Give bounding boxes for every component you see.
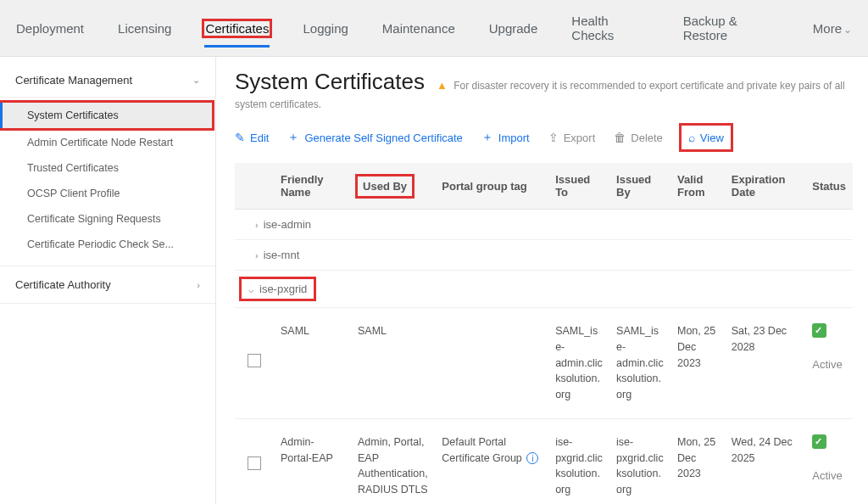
cell-expiration: Wed, 24 Dec 2025: [725, 418, 805, 504]
view-button[interactable]: ⌕ View: [688, 131, 724, 144]
group-ise-pxgrid[interactable]: ⌵ise-pxgrid: [235, 271, 853, 308]
main-content: System Certificates ▲ For disaster recov…: [216, 57, 868, 504]
certificates-table: Friendly Name Used By Portal group tag I…: [235, 163, 853, 504]
cell-friendly-name: SAML: [274, 308, 351, 419]
tab-licensing[interactable]: Licensing: [117, 20, 172, 37]
search-icon: ⌕: [688, 131, 695, 144]
cell-used-by: Admin, Portal, EAP Authentication, RADIU…: [351, 418, 435, 504]
cell-issued-by: SAML_ise-admin.clicksolution.org: [609, 308, 670, 419]
table-row: SAML SAML SAML_ise-admin.clicksolution.o…: [235, 308, 853, 419]
chevron-right-icon: ›: [197, 280, 200, 290]
view-label: View: [700, 132, 724, 144]
export-icon: ⇪: [548, 131, 559, 144]
tab-more-label: More: [813, 21, 842, 36]
group-label: ise-admin: [264, 218, 311, 231]
tab-maintenance[interactable]: Maintenance: [381, 20, 456, 37]
export-label: Export: [564, 132, 596, 144]
tab-logging[interactable]: Logging: [302, 20, 348, 37]
col-used-by[interactable]: Used By: [351, 163, 435, 210]
group-ise-mnt[interactable]: ›ise-mnt: [235, 240, 853, 271]
tab-upgrade[interactable]: Upgrade: [488, 20, 539, 37]
page-title: System Certificates: [235, 69, 425, 95]
col-status[interactable]: Status: [805, 163, 853, 210]
info-icon[interactable]: i: [526, 452, 538, 464]
sidebar-item-admin-cert-restart[interactable]: Admin Certificate Node Restart: [0, 130, 215, 155]
pencil-icon: ✎: [235, 131, 245, 144]
tab-more[interactable]: More⌄: [812, 20, 853, 37]
export-button[interactable]: ⇪ Export: [548, 131, 596, 144]
row-checkbox[interactable]: [248, 456, 261, 470]
chevron-down-icon: ⌄: [192, 75, 200, 86]
row-checkbox[interactable]: [248, 354, 261, 367]
warning-text-2: system certificates.: [235, 98, 853, 110]
generate-label: Generate Self Signed Certificate: [304, 132, 462, 144]
sidebar-authority-label: Certificate Authority: [15, 278, 111, 291]
status-badge: [812, 323, 826, 338]
sidebar: Certificate Management ⌄ System Certific…: [0, 57, 216, 504]
sidebar-item-ocsp-profile[interactable]: OCSP Client Profile: [0, 181, 215, 206]
import-button[interactable]: ＋ Import: [481, 130, 530, 145]
tab-health-checks[interactable]: Health Checks: [570, 12, 649, 44]
toolbar: ✎ Edit ＋ Generate Self Signed Certificat…: [235, 126, 853, 149]
warning-text-1: For disaster recovery it is recommended …: [453, 80, 845, 92]
table-row: Admin-Portal-EAP Admin, Portal, EAP Auth…: [235, 418, 853, 504]
cell-valid-from: Mon, 25 Dec 2023: [670, 418, 725, 504]
cell-issued-to: ise-pxgrid.clicksolution.org: [548, 418, 609, 504]
generate-self-signed-button[interactable]: ＋ Generate Self Signed Certificate: [287, 130, 462, 145]
plus-icon: ＋: [481, 130, 493, 145]
sidebar-item-csr[interactable]: Certificate Signing Requests: [0, 206, 215, 232]
chevron-down-icon: ⌄: [843, 24, 852, 36]
col-valid-from[interactable]: Valid From: [670, 163, 725, 210]
edit-button[interactable]: ✎ Edit: [235, 131, 269, 144]
tab-certificates[interactable]: Certificates: [204, 20, 270, 48]
status-text: Active: [812, 468, 846, 484]
col-issued-to[interactable]: Issued To: [548, 163, 609, 210]
tab-deployment[interactable]: Deployment: [15, 20, 85, 37]
group-label: ise-mnt: [264, 249, 300, 261]
delete-button[interactable]: 🗑 Delete: [614, 131, 663, 144]
group-label: ise-pxgrid: [259, 283, 307, 295]
cell-portal-group: [435, 308, 548, 419]
status-badge: [812, 434, 826, 449]
sidebar-item-system-certificates[interactable]: System Certificates: [0, 103, 212, 128]
disaster-warning: ▲ For disaster recovery it is recommende…: [437, 79, 845, 92]
sidebar-section-cert-mgmt[interactable]: Certificate Management ⌄: [0, 64, 215, 98]
col-portal-group[interactable]: Portal group tag: [435, 163, 548, 210]
col-friendly-name[interactable]: Friendly Name: [274, 163, 351, 210]
col-used-by-label: Used By: [363, 180, 407, 193]
col-issued-by[interactable]: Issued By: [609, 163, 670, 210]
sidebar-item-trusted-certificates[interactable]: Trusted Certificates: [0, 155, 215, 181]
chevron-right-icon: ›: [255, 250, 259, 260]
edit-label: Edit: [250, 132, 269, 144]
plus-icon: ＋: [287, 130, 299, 145]
trash-icon: 🗑: [614, 131, 626, 144]
sidebar-section-cert-authority[interactable]: Certificate Authority ›: [0, 266, 215, 304]
status-text: Active: [812, 356, 846, 373]
group-ise-admin[interactable]: ›ise-admin: [235, 210, 853, 240]
delete-label: Delete: [631, 132, 663, 144]
col-expiration[interactable]: Expiration Date: [725, 163, 805, 210]
cell-portal-group: Default Portal Certificate Group i: [435, 418, 548, 504]
tab-backup-restore[interactable]: Backup & Restore: [682, 12, 780, 44]
import-label: Import: [498, 132, 530, 144]
cell-issued-to: SAML_ise-admin.clicksolution.org: [548, 308, 609, 419]
cell-used-by: SAML: [351, 308, 435, 419]
cell-friendly-name: Admin-Portal-EAP: [274, 418, 351, 504]
chevron-down-icon: ⌵: [248, 284, 254, 294]
sidebar-section-label: Certificate Management: [15, 74, 132, 87]
cell-expiration: Sat, 23 Dec 2028: [725, 308, 805, 419]
warning-icon: ▲: [437, 79, 448, 92]
chevron-right-icon: ›: [255, 220, 259, 230]
cell-issued-by: ise-pxgrid.clicksolution.org: [609, 418, 670, 504]
cell-valid-from: Mon, 25 Dec 2023: [670, 308, 725, 419]
top-tabs: Deployment Licensing Certificates Loggin…: [0, 0, 868, 57]
sidebar-item-periodic-check[interactable]: Certificate Periodic Check Se...: [0, 232, 215, 257]
